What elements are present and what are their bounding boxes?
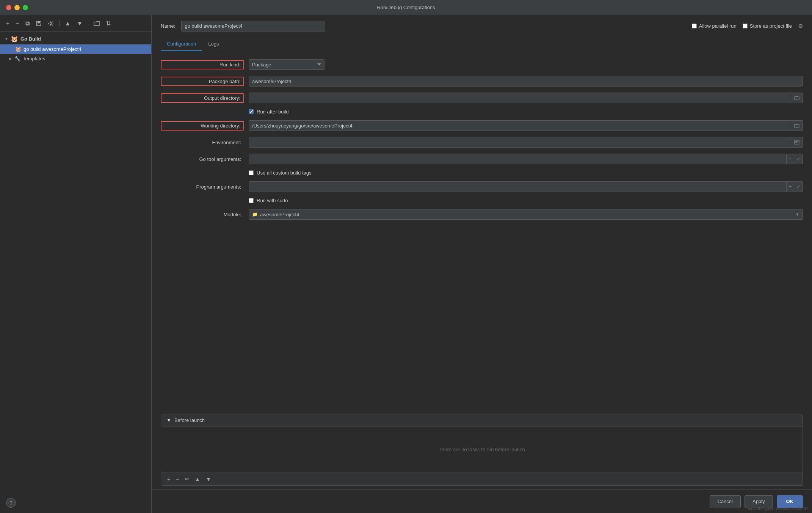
watermark: https://blog.csdn.net/u011035397 xyxy=(746,506,808,511)
use-custom-build-tags-row: Use all custom build tags xyxy=(161,170,803,176)
move-down-button[interactable]: ▼ xyxy=(75,19,85,28)
environment-edit-button[interactable] xyxy=(791,137,803,148)
expand-arrow-icon: ▼ xyxy=(5,37,8,41)
templates-arrow-icon: ▶ xyxy=(9,57,12,61)
before-launch-toolbar: + − ✏ ▲ ▼ xyxy=(161,472,803,485)
package-path-label: Package path: xyxy=(161,77,244,86)
store-as-project-label: Store as project file xyxy=(750,23,792,29)
maximize-button[interactable] xyxy=(23,5,28,10)
templates-label: Templates xyxy=(23,56,45,61)
output-directory-control xyxy=(249,93,803,103)
toolbar-separator xyxy=(59,20,60,27)
package-path-input[interactable] xyxy=(249,76,803,87)
tabs-bar: Configuration Logs xyxy=(152,37,812,51)
close-button[interactable] xyxy=(6,5,11,10)
svg-rect-4 xyxy=(795,97,799,100)
run-with-sudo-row: Run with sudo xyxy=(161,198,803,203)
cancel-button[interactable]: Cancel xyxy=(710,495,741,508)
svg-rect-5 xyxy=(795,124,799,127)
program-arguments-control: + ⤢ xyxy=(249,181,803,192)
help-button[interactable]: ? xyxy=(6,498,16,508)
output-directory-label: Output directory: xyxy=(161,93,244,103)
store-as-project-checkbox[interactable] xyxy=(743,24,748,28)
store-as-project-group: Store as project file xyxy=(743,23,792,29)
allow-parallel-checkbox[interactable] xyxy=(692,24,697,28)
use-custom-build-tags-checkbox[interactable] xyxy=(249,170,254,175)
copy-config-button[interactable]: ⧉ xyxy=(24,19,31,28)
minimize-button[interactable] xyxy=(14,5,20,10)
program-arguments-input[interactable] xyxy=(249,181,787,192)
package-path-row: Package path: xyxy=(161,76,803,87)
svg-point-3 xyxy=(50,22,52,24)
run-after-build-row: Run after build xyxy=(161,109,803,115)
settings-config-button[interactable] xyxy=(46,20,55,27)
remove-config-button[interactable]: − xyxy=(14,19,20,28)
name-input[interactable] xyxy=(181,21,325,31)
output-directory-browse-button[interactable] xyxy=(791,93,803,103)
go-build-item-icon: 🐹 xyxy=(15,46,21,52)
tab-logs[interactable]: Logs xyxy=(202,37,225,51)
go-build-group-icon: 🐹 xyxy=(11,35,18,42)
program-arguments-add-button[interactable]: + xyxy=(787,181,794,192)
go-tool-arguments-expand-button[interactable]: ⤢ xyxy=(794,154,803,164)
run-after-build-checkbox[interactable] xyxy=(249,109,254,114)
working-directory-row: Working directory: xyxy=(161,120,803,131)
module-value: awesomeProject4 xyxy=(260,212,793,217)
go-build-item-label: go build awesomeProject4 xyxy=(24,46,81,52)
allow-parallel-group: Allow parallel run xyxy=(692,23,737,29)
move-up-button[interactable]: ▲ xyxy=(63,19,72,28)
program-arguments-expand-button[interactable]: ⤢ xyxy=(794,181,803,192)
output-directory-row: Output directory: xyxy=(161,92,803,104)
title-bar: Run/Debug Configurations xyxy=(0,0,812,15)
working-directory-input[interactable] xyxy=(249,120,791,131)
environment-input[interactable] xyxy=(249,137,791,148)
environment-row: Environment: xyxy=(161,137,803,148)
before-launch-add-button[interactable]: + xyxy=(166,475,172,483)
name-label: Name: xyxy=(161,23,175,29)
svg-rect-6 xyxy=(795,140,799,144)
before-launch-down-button[interactable]: ▼ xyxy=(204,475,213,483)
go-build-group[interactable]: ▼ 🐹 Go Build xyxy=(0,33,151,44)
run-kind-select[interactable]: Package File Directory xyxy=(249,59,324,70)
go-tool-arguments-add-button[interactable]: + xyxy=(787,154,794,164)
environment-control xyxy=(249,137,803,148)
module-dropdown-arrow-icon: ▼ xyxy=(795,212,799,217)
templates-icon: 🔧 xyxy=(14,56,20,61)
save-config-button[interactable] xyxy=(34,20,43,27)
before-launch-header[interactable]: ▼ Before launch xyxy=(161,414,803,426)
output-directory-input[interactable] xyxy=(249,93,791,103)
working-directory-browse-button[interactable] xyxy=(791,120,803,131)
templates-item[interactable]: ▶ 🔧 Templates xyxy=(0,54,151,63)
run-with-sudo-checkbox[interactable] xyxy=(249,198,254,203)
environment-label: Environment: xyxy=(161,140,244,145)
before-launch-section: ▼ Before launch There are no tasks to ru… xyxy=(161,414,803,486)
module-row: Module: 📁 awesomeProject4 ▼ xyxy=(161,209,803,220)
before-launch-remove-button[interactable]: − xyxy=(174,475,181,483)
go-tool-arguments-row: Go tool arguments: + ⤢ xyxy=(161,153,803,165)
add-config-button[interactable]: + xyxy=(5,19,11,28)
working-directory-label: Working directory: xyxy=(161,121,244,131)
run-kind-label: Run kind: xyxy=(161,60,244,69)
left-panel: + − ⧉ ▲ ▼ xyxy=(0,15,152,513)
svg-rect-1 xyxy=(38,21,40,23)
tab-configuration[interactable]: Configuration xyxy=(161,37,202,51)
before-launch-title: Before launch xyxy=(174,417,205,423)
config-header: Name: Allow parallel run Store as projec… xyxy=(152,15,812,37)
go-build-item[interactable]: 🐹 go build awesomeProject4 xyxy=(0,44,151,54)
window-controls[interactable] xyxy=(6,5,28,10)
go-build-group-label: Go Build xyxy=(20,36,41,42)
config-body: Run kind: Package File Directory Package… xyxy=(152,51,812,414)
gear-icon[interactable]: ⚙ xyxy=(798,23,803,30)
go-tool-arguments-input[interactable] xyxy=(249,154,787,164)
module-select[interactable]: 📁 awesomeProject4 ▼ xyxy=(249,209,803,220)
config-tree: ▼ 🐹 Go Build 🐹 go build awesomeProject4 … xyxy=(0,32,151,513)
sort-button[interactable]: ⇅ xyxy=(104,19,112,28)
folder-button[interactable] xyxy=(92,20,101,27)
program-arguments-label: Program arguments: xyxy=(161,184,244,190)
before-launch-empty-message: There are no tasks to run before launch xyxy=(439,447,525,452)
before-launch-edit-button[interactable]: ✏ xyxy=(183,475,191,483)
toolbar-separator-2 xyxy=(88,20,88,27)
run-after-build-label: Run after build xyxy=(257,109,289,115)
run-kind-row: Run kind: Package File Directory xyxy=(161,59,803,70)
before-launch-up-button[interactable]: ▲ xyxy=(193,475,202,483)
